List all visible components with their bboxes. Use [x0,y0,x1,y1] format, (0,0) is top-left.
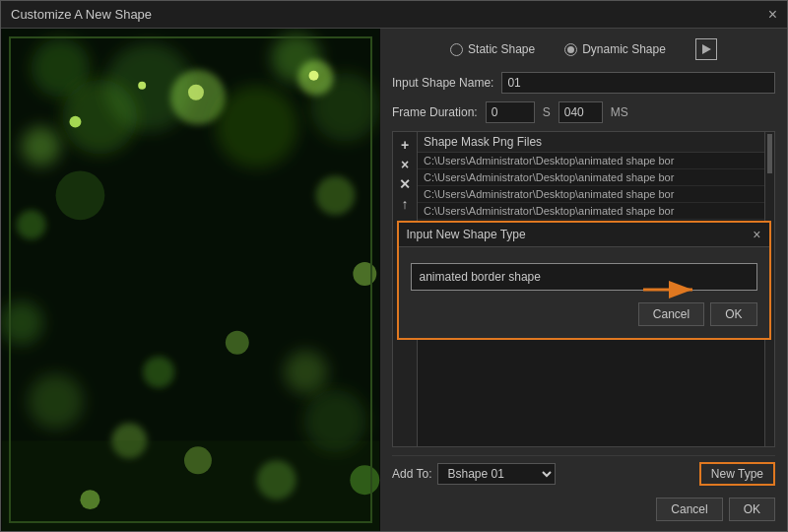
dialog-body: Cancel OK [399,247,769,338]
svg-point-28 [138,82,146,90]
svg-point-15 [29,374,84,430]
svg-point-5 [22,127,61,166]
bokeh-image [1,29,380,531]
preview-panel [1,29,380,531]
svg-point-11 [56,170,105,220]
svg-point-12 [316,175,356,215]
dialog-buttons: Cancel OK [411,302,757,326]
svg-point-26 [69,116,81,128]
dialog-title-bar: Input New Shape Type × [399,223,769,247]
arrow-svg [643,275,702,304]
svg-point-8 [216,86,298,168]
svg-point-23 [226,331,249,355]
title-bar: Customize A New Shape × [1,1,787,29]
input-dialog: Input New Shape Type × [397,221,771,340]
svg-point-25 [188,85,204,100]
svg-point-13 [353,262,376,286]
dialog-ok-button[interactable]: OK [710,302,756,326]
shape-type-input[interactable] [411,263,757,291]
main-window: Customize A New Shape × [0,0,788,532]
dialog-title: Input New Shape Type [407,228,526,241]
arrow-indicator [643,275,702,304]
window-title: Customize A New Shape [11,7,152,22]
svg-point-27 [309,71,319,81]
svg-point-22 [143,357,174,388]
window-close-button[interactable]: × [768,7,777,23]
svg-point-24 [285,351,328,394]
preview-canvas [1,29,380,531]
dialog-close-button[interactable]: × [753,227,760,242]
dialog-cancel-button[interactable]: Cancel [638,302,704,326]
svg-rect-29 [2,440,379,531]
dialog-overlay: Input New Shape Type × [379,28,788,532]
svg-point-14 [1,301,43,345]
svg-point-10 [17,210,46,239]
